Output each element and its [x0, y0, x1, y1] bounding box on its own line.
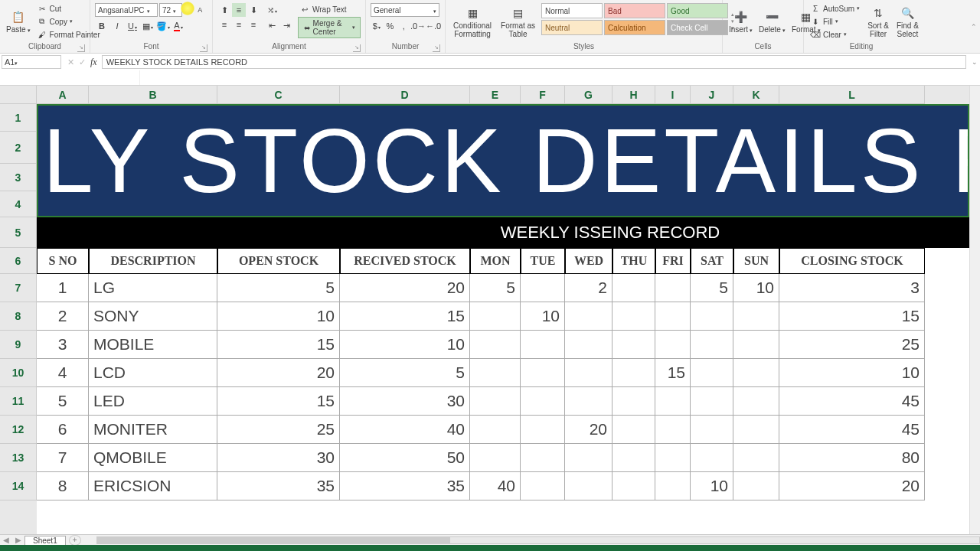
horizontal-scrollbar[interactable] [96, 536, 980, 544]
number-format-combo[interactable]: General [371, 3, 439, 17]
cell[interactable]: LG [89, 274, 217, 302]
col-header-B[interactable]: B [89, 86, 217, 104]
percent-button[interactable]: % [384, 19, 397, 33]
cell[interactable] [655, 444, 691, 472]
alignment-dialog-launcher[interactable] [353, 44, 361, 52]
cell[interactable]: 1 [37, 274, 89, 302]
col-header-E[interactable]: E [470, 86, 521, 104]
cell[interactable] [691, 416, 733, 444]
cell[interactable]: 20 [779, 472, 925, 500]
cell[interactable]: 3 [37, 331, 89, 359]
cell[interactable] [733, 444, 779, 472]
cell[interactable] [691, 444, 733, 472]
cell[interactable]: 25 [217, 416, 340, 444]
italic-button[interactable]: I [110, 19, 124, 33]
currency-button[interactable]: $ [371, 19, 383, 33]
style-bad[interactable]: Bad [604, 3, 665, 18]
row-header-14[interactable]: 14 [0, 472, 37, 500]
cell[interactable] [521, 359, 565, 387]
decrease-indent-button[interactable]: ⇤ [265, 18, 279, 32]
align-right-button[interactable]: ≡ [247, 18, 260, 31]
select-all-corner[interactable] [0, 86, 37, 104]
cell[interactable]: 10 [779, 359, 925, 387]
cell[interactable]: 35 [217, 472, 340, 500]
cell[interactable]: 5 [470, 274, 521, 302]
cell[interactable]: LED [89, 387, 217, 416]
cell[interactable]: 15 [340, 302, 470, 331]
cell[interactable] [733, 416, 779, 444]
cell[interactable] [565, 302, 612, 331]
cell[interactable]: 8 [37, 472, 89, 500]
cell[interactable] [733, 472, 779, 500]
cell[interactable]: 20 [217, 359, 340, 387]
cell[interactable] [691, 387, 733, 416]
cell[interactable] [521, 444, 565, 472]
cell[interactable] [470, 444, 521, 472]
cell[interactable] [655, 472, 691, 500]
cell[interactable]: 5 [37, 387, 89, 416]
accept-formula-button[interactable]: ✓ [79, 57, 86, 67]
cell[interactable]: 15 [779, 302, 925, 331]
cell[interactable] [612, 302, 655, 331]
vertical-scrollbar[interactable] [969, 86, 980, 534]
cell[interactable] [470, 302, 521, 331]
cell[interactable] [655, 302, 691, 331]
cell[interactable] [612, 274, 655, 302]
col-header-F[interactable]: F [521, 86, 565, 104]
cell[interactable] [655, 274, 691, 302]
fill-button[interactable]: ⬇Fill▾ [808, 15, 861, 28]
clear-button[interactable]: ⌫Clear▾ [808, 28, 861, 41]
conditional-formatting-button[interactable]: ▦Conditional Formatting [450, 3, 495, 40]
cell[interactable]: 40 [340, 416, 470, 444]
clipboard-dialog-launcher[interactable] [77, 44, 85, 52]
row-header-9[interactable]: 9 [0, 331, 37, 359]
cell[interactable] [521, 387, 565, 416]
table-header-cell[interactable]: RECIVED STOCK [340, 248, 470, 274]
cell[interactable]: 10 [733, 274, 779, 302]
wrap-text-button[interactable]: ↩Wrap Text [298, 3, 361, 15]
cell[interactable]: 10 [217, 302, 340, 331]
borders-button[interactable]: ▦ [141, 19, 155, 33]
row-header-12[interactable]: 12 [0, 416, 37, 444]
row-header-10[interactable]: 10 [0, 359, 37, 387]
table-header-cell[interactable]: FRI [655, 248, 691, 274]
table-header-cell[interactable]: THU [612, 248, 655, 274]
autosum-button[interactable]: ΣAutoSum▾ [808, 2, 861, 15]
sort-filter-button[interactable]: ⇅Sort & Filter [864, 2, 892, 41]
cell[interactable]: ERICSION [89, 472, 217, 500]
cell[interactable] [470, 359, 521, 387]
add-sheet-button[interactable]: + [69, 535, 81, 546]
row-header-2[interactable]: 2 [0, 132, 37, 164]
cell[interactable]: 10 [340, 331, 470, 359]
cell[interactable]: 5 [340, 359, 470, 387]
row-header-5[interactable]: 5 [0, 217, 37, 248]
col-header-J[interactable]: J [691, 86, 733, 104]
title-banner-cell[interactable]: LY STOCK DETAILS RE [37, 104, 969, 217]
cell[interactable]: 5 [691, 274, 733, 302]
cell[interactable] [733, 359, 779, 387]
table-header-cell[interactable]: S NO [37, 248, 89, 274]
fx-button[interactable]: fx [90, 57, 97, 68]
hscroll-thumb[interactable] [97, 537, 450, 543]
cell[interactable]: 35 [340, 472, 470, 500]
cell[interactable] [655, 387, 691, 416]
cell[interactable] [612, 416, 655, 444]
cell[interactable] [565, 359, 612, 387]
merge-center-button[interactable]: ⬌Merge & Center▾ [298, 17, 361, 38]
cancel-formula-button[interactable]: ✕ [67, 57, 74, 67]
align-middle-button[interactable]: ≡ [232, 3, 246, 17]
find-select-button[interactable]: 🔍Find & Select [893, 2, 922, 41]
cell[interactable] [565, 472, 612, 500]
table-header-cell[interactable]: CLOSING STOCK [779, 248, 925, 274]
style-neutral[interactable]: Neutral [541, 20, 603, 35]
cell[interactable] [733, 302, 779, 331]
table-header-cell[interactable]: DESCRIPTION [89, 248, 217, 274]
name-box[interactable]: A1 [2, 55, 61, 69]
comma-button[interactable]: , [397, 19, 410, 33]
cell[interactable]: 45 [779, 416, 925, 444]
style-good[interactable]: Good [667, 3, 728, 18]
collapse-ribbon-button[interactable]: ⌃ [971, 23, 977, 31]
cell[interactable] [521, 274, 565, 302]
cell[interactable]: 2 [37, 302, 89, 331]
expand-formula-bar[interactable]: ⌄ [969, 58, 980, 66]
